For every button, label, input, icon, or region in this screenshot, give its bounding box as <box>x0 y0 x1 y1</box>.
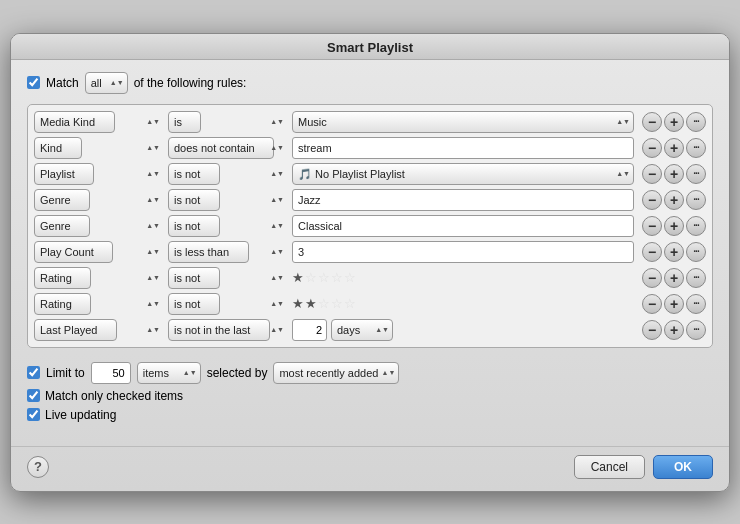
rule-row: Rating is not ★★☆☆☆ − + ··· <box>34 293 706 315</box>
operator-select[interactable]: is not <box>168 293 220 315</box>
remove-rule-button[interactable]: − <box>642 138 662 158</box>
remove-rule-button[interactable]: − <box>642 112 662 132</box>
remove-rule-button[interactable]: − <box>642 242 662 262</box>
remove-rule-button[interactable]: − <box>642 268 662 288</box>
limit-checkbox[interactable] <box>27 366 40 379</box>
dialog-title: Smart Playlist <box>11 34 729 60</box>
field-select[interactable]: Genre <box>34 189 90 211</box>
rule-row: Last Played is not in the last days week… <box>34 319 706 341</box>
operator-select[interactable]: is not in the last <box>168 319 270 341</box>
limit-label: Limit to <box>46 366 85 380</box>
selected-by-select[interactable]: most recently added random least recentl… <box>273 362 399 384</box>
rule-buttons: − + ··· <box>642 138 706 158</box>
match-suffix: of the following rules: <box>134 76 247 90</box>
rules-area: Media Kind is Music − + ··· <box>27 104 713 348</box>
match-type-select[interactable]: all any <box>85 72 128 94</box>
match-type-select-wrapper[interactable]: all any <box>85 72 128 94</box>
add-rule-button[interactable]: + <box>664 190 684 210</box>
remove-rule-button[interactable]: − <box>642 320 662 340</box>
operator-select[interactable]: is <box>168 111 201 133</box>
match-checkbox[interactable] <box>27 76 40 89</box>
rule-row: Genre is not − + ··· <box>34 189 706 211</box>
field-select[interactable]: Genre <box>34 215 90 237</box>
field-select[interactable]: Kind <box>34 137 82 159</box>
remove-rule-button[interactable]: − <box>642 216 662 236</box>
field-select[interactable]: Play Count <box>34 241 113 263</box>
field-select[interactable]: Media Kind <box>34 111 115 133</box>
selected-by-label: selected by <box>207 366 268 380</box>
more-rule-button[interactable]: ··· <box>686 216 706 236</box>
rule-buttons: − + ··· <box>642 216 706 236</box>
field-select[interactable]: Last Played <box>34 319 117 341</box>
add-rule-button[interactable]: + <box>664 112 684 132</box>
operator-select[interactable]: is not <box>168 215 220 237</box>
smart-playlist-dialog: Smart Playlist Match all any of the foll… <box>10 33 730 492</box>
operator-select[interactable]: is less than <box>168 241 249 263</box>
match-label: Match <box>46 76 79 90</box>
value-input[interactable] <box>292 189 634 211</box>
rating-value: ★★☆☆☆ <box>292 296 357 311</box>
more-rule-button[interactable]: ··· <box>686 294 706 314</box>
add-rule-button[interactable]: + <box>664 138 684 158</box>
value-select[interactable]: Music <box>292 111 634 133</box>
operator-select[interactable]: is not <box>168 163 220 185</box>
rule-row: Media Kind is Music − + ··· <box>34 111 706 133</box>
rule-buttons: − + ··· <box>642 190 706 210</box>
add-rule-button[interactable]: + <box>664 294 684 314</box>
bottom-options: Limit to items minutes MB GB selected by… <box>27 358 713 430</box>
rule-buttons: − + ··· <box>642 268 706 288</box>
footer-buttons: Cancel OK <box>574 455 713 479</box>
limit-row: Limit to items minutes MB GB selected by… <box>27 362 713 384</box>
add-rule-button[interactable]: + <box>664 216 684 236</box>
ok-button[interactable]: OK <box>653 455 713 479</box>
more-rule-button[interactable]: ··· <box>686 190 706 210</box>
more-rule-button[interactable]: ··· <box>686 268 706 288</box>
rule-row: Playlist is not 🎵 No Playlist Playlist −… <box>34 163 706 185</box>
duration-unit-select[interactable]: days weeks months <box>331 319 393 341</box>
operator-select[interactable]: is not <box>168 189 220 211</box>
live-updating-row: Live updating <box>27 408 713 422</box>
live-updating-label: Live updating <box>45 408 116 422</box>
value-input[interactable] <box>292 215 634 237</box>
cancel-button[interactable]: Cancel <box>574 455 645 479</box>
rule-buttons: − + ··· <box>642 320 706 340</box>
help-button[interactable]: ? <box>27 456 49 478</box>
remove-rule-button[interactable]: − <box>642 190 662 210</box>
remove-rule-button[interactable]: − <box>642 294 662 314</box>
operator-select[interactable]: does not contain <box>168 137 274 159</box>
add-rule-button[interactable]: + <box>664 320 684 340</box>
dialog-footer: ? Cancel OK <box>11 446 729 491</box>
more-rule-button[interactable]: ··· <box>686 242 706 262</box>
value-input[interactable] <box>292 241 634 263</box>
more-rule-button[interactable]: ··· <box>686 138 706 158</box>
match-row: Match all any of the following rules: <box>27 72 713 94</box>
limit-unit-select[interactable]: items minutes MB GB <box>137 362 201 384</box>
rule-row: Genre is not − + ··· <box>34 215 706 237</box>
remove-rule-button[interactable]: − <box>642 164 662 184</box>
match-checked-row: Match only checked items <box>27 389 713 403</box>
playlist-value-select[interactable]: 🎵 No Playlist Playlist <box>292 163 634 185</box>
match-checked-label: Match only checked items <box>45 389 183 403</box>
rule-buttons: − + ··· <box>642 242 706 262</box>
duration-number-input[interactable] <box>292 319 327 341</box>
rule-buttons: − + ··· <box>642 294 706 314</box>
rule-row: Kind does not contain − + ··· <box>34 137 706 159</box>
more-rule-button[interactable]: ··· <box>686 112 706 132</box>
rule-row: Rating is not ★☆☆☆☆ − + ··· <box>34 267 706 289</box>
duration-value: days weeks months <box>292 319 634 341</box>
rule-row: Play Count is less than − + ··· <box>34 241 706 263</box>
add-rule-button[interactable]: + <box>664 268 684 288</box>
limit-value-input[interactable] <box>91 362 131 384</box>
more-rule-button[interactable]: ··· <box>686 164 706 184</box>
add-rule-button[interactable]: + <box>664 164 684 184</box>
match-checked-checkbox[interactable] <box>27 389 40 402</box>
field-select[interactable]: Rating <box>34 267 91 289</box>
more-rule-button[interactable]: ··· <box>686 320 706 340</box>
field-select[interactable]: Rating <box>34 293 91 315</box>
live-updating-checkbox[interactable] <box>27 408 40 421</box>
rule-buttons: − + ··· <box>642 164 706 184</box>
field-select[interactable]: Playlist <box>34 163 94 185</box>
add-rule-button[interactable]: + <box>664 242 684 262</box>
operator-select[interactable]: is not <box>168 267 220 289</box>
value-input[interactable] <box>292 137 634 159</box>
